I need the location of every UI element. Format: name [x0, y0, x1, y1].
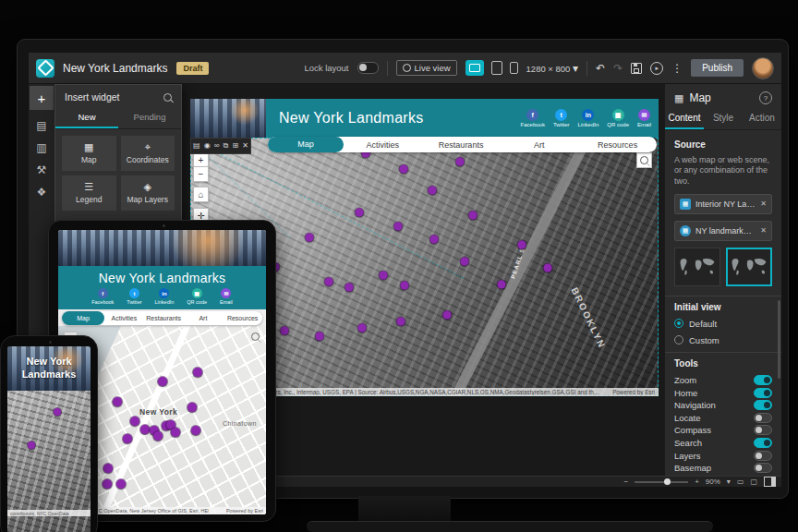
- tools-rail-button[interactable]: ⚒: [37, 163, 47, 176]
- landmark-marker[interactable]: [187, 403, 197, 412]
- landmark-marker[interactable]: [28, 441, 35, 449]
- zoom-out-canvas-button[interactable]: −: [624, 478, 629, 486]
- tab-pending[interactable]: Pending: [118, 108, 181, 128]
- source-item-web-map[interactable]: ▦ NY landmarks_buildi... ✕: [674, 221, 772, 241]
- landmark-marker[interactable]: [140, 425, 150, 434]
- map-thumbnail-2-selected[interactable]: [726, 248, 772, 286]
- landmark-marker[interactable]: [430, 236, 439, 244]
- canvas-zoom-level[interactable]: 90%: [706, 478, 720, 486]
- widget-card-coordinates[interactable]: ⌖ Coordinates: [121, 136, 175, 171]
- duplicate-button[interactable]: ⊞: [232, 142, 238, 150]
- widget-card-map[interactable]: ▦ Map: [62, 136, 116, 171]
- landmark-marker[interactable]: [191, 426, 200, 435]
- landmark-marker[interactable]: [345, 284, 353, 292]
- qr-code-link[interactable]: ▦ QR code: [607, 109, 629, 127]
- basemap-toggle[interactable]: [754, 463, 772, 473]
- nav-tab-resources[interactable]: Resources: [578, 140, 657, 150]
- preview-button[interactable]: ▸: [650, 62, 663, 75]
- landmark-marker[interactable]: [315, 332, 323, 341]
- landmark-marker[interactable]: [397, 318, 405, 326]
- locate-toggle[interactable]: [754, 413, 772, 423]
- lock-layout-toggle[interactable]: [357, 62, 379, 74]
- link-button[interactable]: ∞: [214, 142, 220, 150]
- remove-source-button[interactable]: ✕: [760, 226, 767, 235]
- landmark-marker[interactable]: [442, 311, 451, 320]
- landmark-marker[interactable]: [103, 464, 113, 473]
- navigation-toggle[interactable]: [754, 400, 772, 410]
- insert-widget-rail-button[interactable]: +: [30, 86, 54, 110]
- landmark-marker[interactable]: [54, 408, 61, 416]
- email-link[interactable]: ✉ Email: [637, 109, 651, 127]
- tablet-view-button[interactable]: [491, 61, 502, 75]
- landmark-marker[interactable]: [123, 434, 132, 443]
- zoom-in-canvas-button[interactable]: +: [695, 478, 699, 486]
- slider-knob[interactable]: [664, 478, 671, 485]
- landmark-marker[interactable]: [158, 377, 167, 386]
- tab-style[interactable]: Style: [704, 110, 743, 129]
- landmark-marker[interactable]: [456, 158, 465, 166]
- publish-button[interactable]: Publish: [691, 59, 744, 77]
- nav-tab-art[interactable]: Art: [501, 140, 579, 150]
- landmark-marker[interactable]: [116, 479, 126, 489]
- zoom-toggle[interactable]: [754, 375, 772, 385]
- save-button[interactable]: [631, 63, 642, 74]
- data-rail-button[interactable]: ▥: [36, 141, 46, 154]
- tab-new[interactable]: New: [55, 108, 118, 128]
- landmark-marker[interactable]: [498, 281, 506, 289]
- landmark-marker[interactable]: [358, 324, 367, 332]
- map-search-button[interactable]: [636, 152, 652, 168]
- search-icon[interactable]: [163, 93, 172, 102]
- copy-button[interactable]: ⧉: [224, 142, 229, 150]
- twitter-link[interactable]: t Twitter: [553, 109, 570, 127]
- user-avatar[interactable]: [752, 57, 774, 79]
- widget-list-button[interactable]: ▤: [193, 142, 200, 150]
- linkedin-link[interactable]: in LinkedIn: [578, 109, 599, 127]
- caret-down-icon[interactable]: ▾: [727, 478, 731, 486]
- landmark-marker[interactable]: [130, 417, 139, 426]
- resolution-dropdown[interactable]: 1280 × 800 ▾: [526, 63, 578, 74]
- landmark-marker[interactable]: [469, 212, 478, 220]
- source-item-web-scene[interactable]: ▦ Interior NY Landmar... ✕: [674, 194, 772, 214]
- remove-source-button[interactable]: ✕: [760, 200, 767, 208]
- landmark-marker[interactable]: [543, 264, 551, 272]
- help-icon[interactable]: ?: [759, 91, 772, 104]
- map-thumbnail-1[interactable]: [674, 248, 720, 286]
- landmark-marker[interactable]: [305, 234, 313, 242]
- landmark-marker[interactable]: [171, 428, 180, 437]
- landmark-marker[interactable]: [193, 368, 202, 377]
- landmark-marker[interactable]: [325, 277, 333, 285]
- layers-toggle[interactable]: [754, 451, 772, 461]
- landmark-marker[interactable]: [401, 281, 409, 289]
- landmark-marker[interactable]: [461, 258, 469, 266]
- more-options-button[interactable]: ⋮: [671, 63, 683, 74]
- landmark-marker[interactable]: [280, 326, 288, 334]
- nav-tab-map[interactable]: Map: [268, 137, 344, 152]
- widget-card-map-layers[interactable]: ◈ Map Layers: [121, 175, 175, 211]
- app-logo-icon[interactable]: [36, 59, 54, 78]
- landmark-marker[interactable]: [379, 271, 387, 279]
- landmark-marker[interactable]: [394, 223, 403, 231]
- radio-default[interactable]: Default: [674, 319, 772, 329]
- phone-view-button[interactable]: [510, 62, 518, 74]
- panel-scrollbar[interactable]: [778, 300, 780, 379]
- delete-button[interactable]: ✕: [242, 142, 248, 150]
- nav-tab-restaurants[interactable]: Restaurants: [422, 140, 501, 150]
- search-toggle[interactable]: [754, 438, 772, 448]
- landmark-marker[interactable]: [113, 397, 122, 406]
- landmark-marker[interactable]: [153, 431, 163, 441]
- redo-button[interactable]: ↷: [613, 63, 623, 74]
- landmark-marker[interactable]: [103, 479, 112, 489]
- fit-page-button[interactable]: ▢: [750, 478, 757, 486]
- live-view-button[interactable]: Live view: [396, 60, 457, 76]
- theme-rail-button[interactable]: ❖: [37, 186, 47, 199]
- facebook-link[interactable]: f Facebook: [521, 109, 545, 127]
- fit-width-button[interactable]: ▭: [737, 478, 744, 486]
- home-button[interactable]: ⌂: [193, 187, 209, 202]
- landmark-marker[interactable]: [517, 240, 526, 248]
- canvas-zoom-slider[interactable]: [635, 481, 688, 483]
- landmark-marker[interactable]: [400, 164, 408, 173]
- landmark-marker[interactable]: [356, 208, 364, 216]
- toggle-panel-button[interactable]: [764, 477, 776, 487]
- undo-button[interactable]: ↶: [596, 63, 605, 74]
- home-toggle[interactable]: [754, 388, 772, 398]
